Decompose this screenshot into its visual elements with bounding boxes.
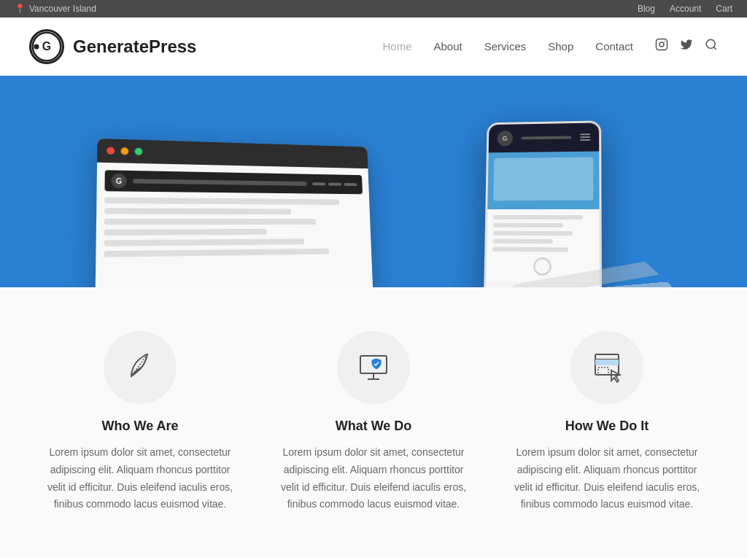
phone-content-area (487, 151, 599, 209)
logo-text: GeneratePress (73, 36, 196, 57)
nav-home[interactable]: Home (383, 40, 412, 52)
browser-dot-red (107, 147, 115, 155)
svg-point-2 (34, 44, 39, 49)
browser-dot-green (135, 148, 143, 155)
svg-line-7 (713, 47, 716, 49)
svg-point-5 (664, 41, 665, 42)
hero-illustration: G (0, 76, 747, 287)
phone-content-box (493, 157, 593, 201)
twitter-icon[interactable] (680, 38, 693, 55)
feature-card-how: How We Do It Lorem ipsum dolor sit amet,… (512, 331, 702, 513)
phone-mockup: G (484, 120, 602, 287)
location-text: Vancouver Island (29, 4, 96, 14)
blog-link[interactable]: Blog (638, 4, 655, 14)
svg-text:G: G (42, 40, 51, 52)
how-desc: Lorem ipsum dolor sit amet, consectetur … (512, 444, 702, 513)
account-link[interactable]: Account (670, 4, 701, 14)
location-pin-icon: 📍 (15, 4, 26, 14)
nav-services[interactable]: Services (484, 40, 527, 52)
features-section: Who We Are Lorem ipsum dolor sit amet, c… (0, 287, 747, 557)
phone-top-bar: G (489, 122, 600, 152)
browser-logo: G (111, 174, 127, 189)
phone-home-button (533, 257, 551, 276)
how-icon-circle (570, 331, 643, 404)
svg-rect-15 (598, 368, 608, 375)
top-bar-links: Blog Account Cart (638, 4, 732, 14)
phone-lower (486, 209, 599, 282)
monitor-shield-icon (355, 349, 392, 386)
svg-point-4 (659, 42, 664, 47)
nav-shop[interactable]: Shop (548, 40, 573, 52)
nav-social-icons (655, 38, 718, 55)
search-icon[interactable] (705, 38, 718, 55)
what-title: What We Do (336, 419, 412, 434)
feather-icon (121, 349, 159, 386)
top-bar: 📍 Vancouver Island Blog Account Cart (0, 0, 747, 18)
features-grid: Who We Are Lorem ipsum dolor sit amet, c… (45, 331, 702, 513)
cursor-document-icon (588, 349, 626, 386)
what-icon-circle (337, 331, 410, 404)
browser-content-lines (104, 198, 365, 257)
browser-mockup: G (95, 139, 373, 287)
what-desc: Lorem ipsum dolor sit amet, consectetur … (279, 444, 468, 513)
phone-logo: G (497, 131, 513, 146)
main-nav: Home About Services Shop Contact (383, 38, 719, 55)
logo-svg: G (31, 29, 62, 64)
site-header: G GeneratePress Home About Services Shop… (0, 18, 747, 76)
who-desc: Lorem ipsum dolor sit amet, consectetur … (45, 444, 235, 513)
logo-icon: G (29, 29, 64, 64)
svg-point-6 (706, 39, 715, 48)
site-logo[interactable]: G GeneratePress (29, 29, 196, 64)
cart-link[interactable]: Cart (716, 4, 732, 14)
nav-about[interactable]: About (434, 40, 462, 52)
nav-contact[interactable]: Contact (595, 40, 633, 52)
feature-card-what: What We Do Lorem ipsum dolor sit amet, c… (279, 331, 468, 513)
feature-card-who: Who We Are Lorem ipsum dolor sit amet, c… (45, 331, 235, 513)
who-title: Who We Are (101, 419, 178, 434)
svg-rect-13 (595, 359, 619, 365)
svg-rect-3 (657, 39, 667, 50)
hero-section: G (0, 76, 747, 287)
how-title: How We Do It (565, 419, 649, 434)
instagram-icon[interactable] (655, 38, 668, 55)
who-icon-circle (104, 331, 177, 404)
top-bar-location: 📍 Vancouver Island (15, 4, 96, 14)
bottom-bg (0, 557, 747, 560)
browser-nav-bar: G (104, 170, 363, 194)
browser-dot-yellow (121, 147, 129, 155)
browser-content: G (95, 163, 373, 287)
